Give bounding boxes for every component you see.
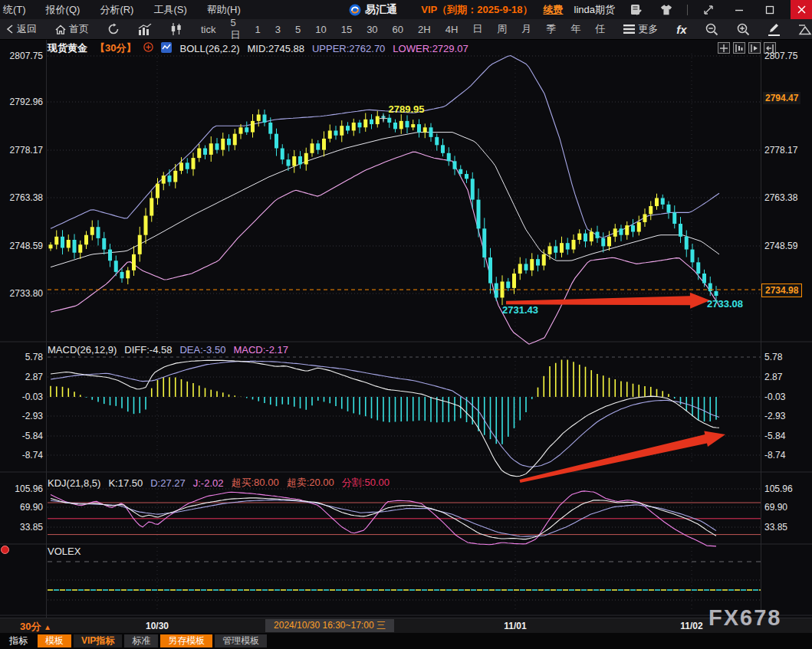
- boll-indicator-icon[interactable]: [161, 42, 172, 55]
- macd-axis-right-3: -2.93: [764, 411, 785, 421]
- renew-link[interactable]: 续费: [544, 3, 564, 17]
- price-axis-right-4: 2748.59: [764, 241, 797, 251]
- tab-管理模板[interactable]: 管理模板: [215, 634, 267, 647]
- current-price-label: 2734.98: [761, 284, 802, 297]
- period-button-10[interactable]: 10: [315, 24, 326, 35]
- float-window-icon[interactable]: [699, 0, 718, 19]
- triangle-tool-icon: [798, 24, 812, 35]
- period-button-月[interactable]: 月: [521, 22, 531, 36]
- tab-VIP指标[interactable]: VIP指标: [74, 634, 122, 647]
- tab-指标[interactable]: 指标: [2, 634, 35, 647]
- move-tool-icon[interactable]: [718, 42, 730, 54]
- draw-pencil-button[interactable]: [768, 22, 780, 36]
- period-badge[interactable]: 30分 ▲: [20, 620, 51, 634]
- margin-marker-icon: [1, 546, 9, 554]
- period-button-60[interactable]: 60: [393, 24, 403, 35]
- period-button-30[interactable]: 30: [367, 24, 377, 35]
- day-label-10/30: 10/30: [146, 621, 169, 631]
- kdj-split-value: 分割:50.00: [342, 476, 390, 490]
- layout-right-icon[interactable]: [748, 42, 761, 54]
- macd-params[interactable]: MACD(26,12,9): [48, 344, 117, 356]
- refresh-icon: [107, 23, 120, 35]
- period-button-季[interactable]: 季: [546, 22, 556, 36]
- add-indicator-icon[interactable]: [143, 42, 153, 54]
- app-window: 统(T)报价(Q)分析(R)工具(S)帮助(H) 易汇通 VIP（到期：2025…: [0, 0, 812, 649]
- bottom-tab-bar: 指标模板VIP指标标准另存模板管理模板: [0, 633, 812, 649]
- boll-lower-value: LOWER:2729.07: [393, 43, 468, 54]
- home-button[interactable]: 首页: [55, 22, 89, 36]
- minimize-button[interactable]: [729, 0, 749, 19]
- period-button-年[interactable]: 年: [570, 22, 580, 36]
- period-button-5日[interactable]: 5日: [231, 17, 241, 42]
- period-button-3[interactable]: 3: [275, 24, 281, 35]
- kdj-axis-left-1: 69.90: [0, 502, 43, 513]
- menu-item-3[interactable]: 工具(S): [153, 3, 186, 17]
- period-button-4H[interactable]: 4H: [445, 24, 459, 35]
- symbol-name[interactable]: 现货黄金: [48, 41, 87, 55]
- menu-item-0[interactable]: 统(T): [3, 3, 26, 17]
- macd-axis-left-3: -2.93: [0, 411, 43, 421]
- kdj-axis-right-1: 69.90: [764, 502, 787, 513]
- day-label-11/02: 11/02: [680, 621, 702, 631]
- back-button[interactable]: 返回: [6, 22, 37, 36]
- period-button-5[interactable]: 5: [295, 24, 301, 35]
- kdj-header: KDJ(21,8,5) K:17.50 D:27.27 J:-2.02 超买:8…: [48, 476, 390, 490]
- menu-item-2[interactable]: 分析(R): [100, 3, 133, 17]
- kdj-params[interactable]: KDJ(21,8,5): [48, 477, 100, 489]
- account-name: linda期货: [574, 3, 615, 17]
- pattern-tool-button[interactable]: [798, 24, 812, 35]
- bar-chart-type-button[interactable]: [138, 24, 152, 35]
- watermark: FX678: [708, 605, 781, 631]
- period-button-2H[interactable]: 2H: [418, 24, 431, 35]
- period-button-周[interactable]: 周: [497, 22, 507, 36]
- skin-theme-icon[interactable]: [656, 0, 676, 19]
- time-axis: 30分 ▲ 10/3011/0111/02 2024/10/30 16:30~1…: [0, 618, 812, 634]
- app-name: 易汇通: [365, 3, 397, 17]
- tab-标准[interactable]: 标准: [124, 634, 158, 647]
- period-badge-arrow-icon: ▲: [44, 623, 51, 631]
- macd-axis-right-1: 2.87: [764, 372, 782, 382]
- macd-axis-right-4: -5.84: [764, 431, 785, 441]
- price-axis-left-5: 2733.80: [0, 288, 43, 299]
- menu-item-1[interactable]: 报价(Q): [46, 3, 81, 17]
- period-tag[interactable]: 【30分】: [95, 41, 136, 55]
- hamburger-icon: [623, 25, 635, 34]
- main-chart-header: 现货黄金 【30分】 BOLL(26,2.2) MID:2745.88 UPPE…: [48, 41, 468, 55]
- period-button-15[interactable]: 15: [341, 24, 352, 35]
- zoom-in-icon: [737, 23, 750, 36]
- candle-chart-type-button[interactable]: [170, 23, 182, 35]
- indicator-fx-button[interactable]: fx: [676, 23, 686, 36]
- kdj-axis-right-2: 33.85: [764, 522, 787, 533]
- tab-模板[interactable]: 模板: [38, 634, 71, 647]
- svg-text:2789.95: 2789.95: [389, 103, 425, 115]
- more-button[interactable]: 更多: [623, 22, 658, 36]
- volex-label[interactable]: VOLEX: [48, 546, 81, 557]
- maximize-button[interactable]: [760, 0, 780, 19]
- zoom-out-button[interactable]: [705, 23, 718, 36]
- kdj-d-value: D:27.27: [150, 477, 186, 489]
- price-axis-right-2: 2778.17: [764, 145, 797, 156]
- menu-item-4[interactable]: 帮助(H): [207, 3, 241, 17]
- period-button-tick[interactable]: tick: [201, 24, 216, 35]
- chart-canvas[interactable]: 2789.952731.432733.08: [0, 40, 812, 618]
- zoom-in-button[interactable]: [737, 23, 750, 36]
- refresh-button[interactable]: [107, 23, 120, 35]
- period-button-任[interactable]: 任: [595, 22, 605, 36]
- close-button[interactable]: [791, 0, 812, 19]
- period-button-1[interactable]: 1: [255, 24, 261, 35]
- home-icon: [55, 25, 66, 34]
- notes-icon[interactable]: [626, 0, 646, 19]
- kdj-k-value: K:17.50: [108, 477, 143, 489]
- price-axis-left-0: 2807.75: [0, 51, 43, 61]
- menu-bar: 统(T)报价(Q)分析(R)工具(S)帮助(H): [0, 3, 241, 17]
- price-axis-left-3: 2763.38: [0, 192, 43, 203]
- layout-left-icon[interactable]: [733, 42, 745, 54]
- selected-candle-time: 2024/10/30 16:30~17:00 三: [265, 619, 394, 632]
- macd-dea-value: DEA:-3.50: [179, 344, 225, 356]
- period-button-日[interactable]: 日: [472, 22, 482, 36]
- price-marker-label: 2794.47: [763, 92, 800, 104]
- day-label-11/01: 11/01: [504, 621, 526, 631]
- tab-另存模板[interactable]: 另存模板: [160, 634, 212, 647]
- kdj-axis-left-0: 105.96: [0, 483, 43, 494]
- period-selector: tick5日135101530602H4H日周月季年任: [201, 17, 605, 42]
